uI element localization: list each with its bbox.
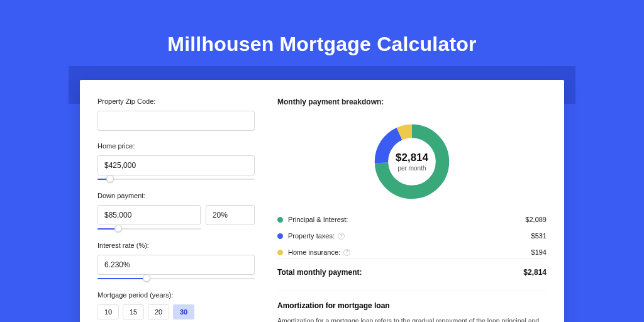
rate-slider[interactable] bbox=[97, 277, 255, 280]
page-root: Millhousen Mortgage Calculator Property … bbox=[0, 0, 644, 322]
legend-label: Property taxes: bbox=[288, 232, 335, 240]
legend-value: $531 bbox=[531, 232, 547, 240]
legend-value: $2,089 bbox=[525, 216, 547, 223]
price-slider[interactable] bbox=[97, 178, 255, 180]
form-panel: Property Zip Code: Home price: Down paym… bbox=[97, 97, 255, 322]
rate-label: Interest rate (%): bbox=[97, 242, 255, 249]
amortization-body: Amortization for a mortgage loan refers … bbox=[277, 316, 547, 322]
help-icon[interactable]: ? bbox=[338, 233, 345, 240]
period-field: Mortgage period (years): 10152030 bbox=[97, 291, 255, 319]
total-label: Total monthly payment: bbox=[277, 268, 362, 277]
page-title: Millhousen Mortgage Calculator bbox=[0, 33, 644, 56]
legend-row: Principal & Interest:$2,089 bbox=[277, 216, 547, 223]
down-percent-input[interactable] bbox=[206, 205, 255, 225]
donut-center-amount: $2,814 bbox=[396, 152, 428, 164]
rate-field: Interest rate (%): bbox=[97, 242, 255, 280]
legend-value: $194 bbox=[531, 248, 547, 256]
period-tab-15[interactable]: 15 bbox=[123, 304, 144, 319]
period-tab-10[interactable]: 10 bbox=[97, 304, 119, 319]
zip-field: Property Zip Code: bbox=[97, 97, 255, 131]
donut-chart-wrap: $2,814 per month bbox=[277, 111, 547, 212]
down-slider[interactable] bbox=[97, 228, 201, 230]
legend-label: Home insurance: bbox=[288, 248, 340, 256]
price-input[interactable] bbox=[97, 155, 255, 175]
legend-row: Property taxes:?$531 bbox=[277, 232, 547, 240]
legend: Principal & Interest:$2,089Property taxe… bbox=[277, 216, 547, 256]
calculator-card: Property Zip Code: Home price: Down paym… bbox=[80, 80, 564, 322]
donut-chart: $2,814 per month bbox=[372, 121, 452, 202]
down-slider-thumb[interactable] bbox=[114, 225, 122, 232]
down-amount-input[interactable] bbox=[97, 205, 201, 225]
period-tab-20[interactable]: 20 bbox=[148, 304, 169, 319]
breakdown-heading: Monthly payment breakdown: bbox=[277, 97, 547, 106]
total-value: $2,814 bbox=[523, 268, 547, 277]
rate-slider-thumb[interactable] bbox=[143, 274, 150, 282]
zip-label: Property Zip Code: bbox=[97, 97, 255, 105]
price-label: Home price: bbox=[97, 142, 255, 150]
price-slider-thumb[interactable] bbox=[106, 175, 114, 182]
amortization-heading: Amortization for mortgage loan bbox=[277, 301, 547, 310]
amortization-section: Amortization for mortgage loan Amortizat… bbox=[277, 291, 547, 322]
total-row: Total monthly payment: $2,814 bbox=[277, 258, 547, 277]
legend-dot bbox=[277, 233, 283, 239]
legend-row: Home insurance:?$194 bbox=[277, 248, 547, 256]
legend-dot bbox=[277, 217, 283, 223]
legend-dot bbox=[277, 250, 283, 255]
legend-label: Principal & Interest: bbox=[288, 216, 348, 223]
period-label: Mortgage period (years): bbox=[97, 291, 255, 299]
breakdown-panel: Monthly payment breakdown: $2,814 per mo… bbox=[277, 97, 547, 322]
price-field: Home price: bbox=[97, 142, 255, 180]
zip-input[interactable] bbox=[97, 111, 255, 131]
period-tab-30[interactable]: 30 bbox=[173, 304, 194, 319]
help-icon[interactable]: ? bbox=[343, 249, 350, 256]
donut-center-sub: per month bbox=[397, 165, 426, 172]
down-field: Down payment: bbox=[97, 192, 255, 230]
rate-input[interactable] bbox=[97, 255, 255, 275]
down-label: Down payment: bbox=[97, 192, 255, 199]
period-tabs: 10152030 bbox=[97, 304, 255, 319]
